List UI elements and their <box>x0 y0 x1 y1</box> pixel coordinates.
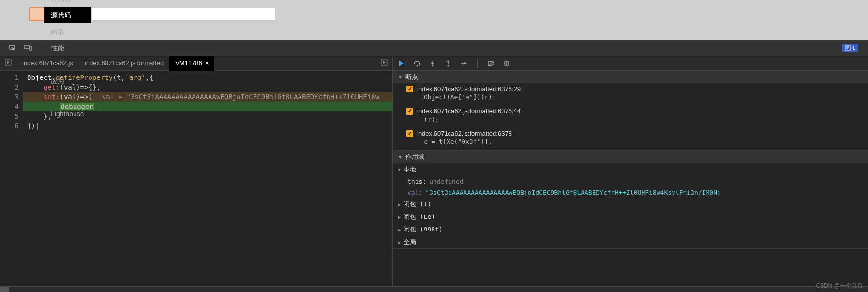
svg-point-12 <box>504 61 509 66</box>
scope-closure[interactable]: ▶闭包 (t) <box>393 198 868 211</box>
debugger-sidebar: ▼断点 ✓index.6071ca62.js:formatted:6376:29… <box>393 56 868 292</box>
breakpoint-item[interactable]: ✓index.6071ca62.js:formatted:6376:29Obje… <box>393 83 868 106</box>
devtools-tab-源代码[interactable]: 源代码 <box>44 7 91 23</box>
source-tab[interactable]: index.6071ca62.js:formatted <box>79 56 169 71</box>
code-line[interactable]: Object.defineProperty(t,'arg',{ <box>23 73 392 82</box>
expand-icon: ▶ <box>398 240 401 245</box>
step-over-button[interactable] <box>413 60 421 67</box>
horizontal-scrollbar[interactable] <box>0 286 868 292</box>
breakpoint-item[interactable]: ✓index.6071ca62.js:formatted:6376:44(r); <box>393 106 868 128</box>
issue-count: 1 <box>852 45 855 51</box>
pause-exceptions-button[interactable] <box>503 60 510 67</box>
step-into-button[interactable] <box>429 60 436 67</box>
devtools-tabbar: 元素控制台源代码网络性能内存应用安全Lighthouse 1 <box>0 40 868 56</box>
breakpoint-checkbox[interactable]: ✓ <box>406 130 413 137</box>
scope-closure[interactable]: ▶闭包 (998f) <box>393 223 868 236</box>
code-content[interactable]: Object.defineProperty(t,'arg',{ get:(val… <box>23 71 392 292</box>
close-tab-icon[interactable]: × <box>205 56 209 71</box>
svg-rect-13 <box>505 62 506 65</box>
resume-button[interactable] <box>398 60 405 67</box>
scope-section: ▼作用域 ▼本地 this: undefined val: "3sCt3iAAA… <box>393 151 868 249</box>
debugger-toolbar <box>393 56 868 71</box>
breakpoints-section: ▼断点 ✓index.6071ca62.js:formatted:6376:29… <box>393 71 868 151</box>
scope-this: this: undefined <box>393 176 868 187</box>
scope-val: val: "3sCt3iAAAAAAAAAAAAAAAwEQBjoIdCEC9B… <box>393 187 868 198</box>
scope-header[interactable]: ▼作用域 <box>393 151 868 163</box>
devtools-tab-控制台[interactable]: 控制台 <box>44 0 91 7</box>
expand-icon: ▶ <box>398 215 401 220</box>
line-gutter: 123456 <box>0 71 23 292</box>
issues-badge[interactable]: 1 <box>842 44 858 52</box>
watermark: CSDN @一个瓜瓜 <box>816 282 863 290</box>
breakpoint-checkbox[interactable]: ✓ <box>406 108 413 115</box>
code-line[interactable]: })| <box>23 121 392 131</box>
device-icon[interactable] <box>20 44 36 52</box>
deactivate-breakpoints-button[interactable] <box>487 60 495 67</box>
source-file-tabs: index.6071ca62.jsindex.6071ca62.js:forma… <box>0 56 392 71</box>
collapse-icon: ▼ <box>398 154 403 160</box>
sources-panel: index.6071ca62.jsindex.6071ca62.js:forma… <box>0 56 393 292</box>
debugger-toggle-icon[interactable] <box>376 59 392 67</box>
code-line[interactable]: set:(val)=>{val = "3sCt3iAAAAAAAAAAAAAAA… <box>23 92 392 102</box>
breakpoint-checkbox[interactable]: ✓ <box>406 86 413 92</box>
inspect-icon[interactable] <box>5 44 20 52</box>
collapse-icon: ▼ <box>398 75 403 80</box>
breakpoint-code: c = t[Xe("0x3f")], <box>406 137 863 148</box>
breakpoint-location: index.6071ca62.js:formatted:6376:29 <box>417 85 521 92</box>
source-tab[interactable]: VM11786× <box>169 56 214 71</box>
source-tab[interactable]: index.6071ca62.js <box>16 56 79 71</box>
code-line[interactable]: }, <box>23 111 392 121</box>
devtools-tab-网络[interactable]: 网络 <box>44 23 91 40</box>
svg-point-10 <box>448 65 449 66</box>
code-line[interactable]: debugger <box>23 102 392 111</box>
code-line[interactable]: get:(val)=>{}, <box>23 82 392 92</box>
breakpoint-location: index.6071ca62.js:formatted:6376:44 <box>417 108 521 115</box>
devtools-tab-性能[interactable]: 性能 <box>44 40 91 56</box>
collapse-icon: ▼ <box>398 167 401 172</box>
scope-global[interactable]: ▶全局 <box>393 236 868 248</box>
issue-icon <box>845 45 851 51</box>
breakpoint-item[interactable]: ✓index.6071ca62.js:formatted:6378c = t[X… <box>393 128 868 150</box>
navigator-toggle-icon[interactable] <box>0 59 16 67</box>
scope-closure[interactable]: ▶闭包 (Le) <box>393 211 868 223</box>
svg-rect-14 <box>507 62 508 65</box>
step-out-button[interactable] <box>444 60 452 67</box>
breakpoint-code: Object(Ae["a"])(r); <box>406 92 863 104</box>
expand-icon: ▶ <box>398 202 401 207</box>
scope-local[interactable]: ▼本地 <box>393 163 868 176</box>
text-input[interactable] <box>92 7 276 21</box>
svg-rect-2 <box>25 46 29 49</box>
page-content <box>0 0 868 40</box>
devtools-panel: 元素控制台源代码网络性能内存应用安全Lighthouse 1 index.607… <box>0 40 868 292</box>
svg-point-9 <box>432 65 434 66</box>
svg-point-11 <box>465 62 467 64</box>
breakpoint-location: index.6071ca62.js:formatted:6378 <box>417 130 512 137</box>
svg-rect-3 <box>30 46 31 50</box>
step-button[interactable] <box>460 60 467 67</box>
breakpoints-header[interactable]: ▼断点 <box>393 71 868 83</box>
svg-rect-7 <box>404 61 404 66</box>
svg-point-8 <box>417 65 418 66</box>
breakpoint-code: (r); <box>406 115 863 126</box>
code-editor[interactable]: 123456 Object.defineProperty(t,'arg',{ g… <box>0 71 392 292</box>
expand-icon: ▶ <box>398 227 401 232</box>
